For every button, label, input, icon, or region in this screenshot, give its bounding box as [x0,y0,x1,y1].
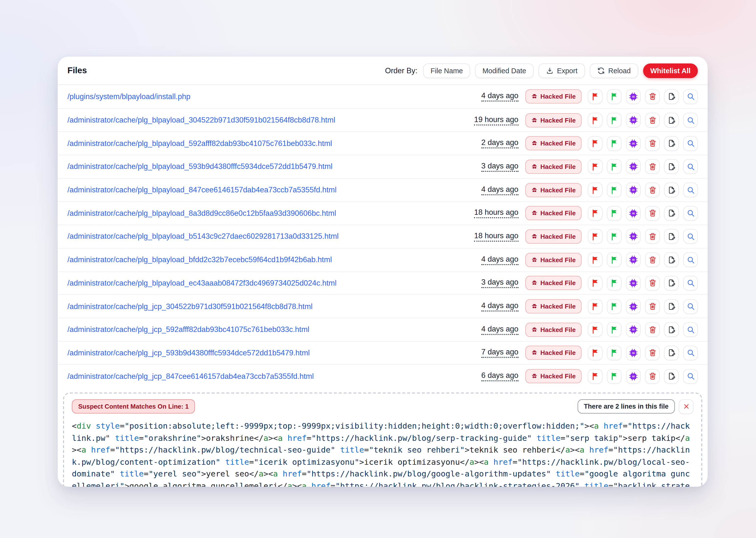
delete-button[interactable] [645,369,660,384]
edit-file-button[interactable] [664,183,679,197]
edit-file-button[interactable] [664,369,679,384]
edit-file-button[interactable] [664,252,679,267]
modified-time[interactable]: 4 days ago [481,91,519,102]
edit-file-button[interactable] [664,206,679,221]
file-path-link[interactable]: /administrator/cache/plg_blpayload_847ce… [67,186,337,194]
file-path-link[interactable]: /administrator/cache/plg_blpayload_593b9… [67,162,333,171]
ai-scan-button[interactable]: AI [626,183,641,197]
red-flag-button[interactable] [588,276,602,291]
edit-file-button[interactable] [664,136,679,151]
delete-button[interactable] [645,276,660,291]
order-by-modified-date-button[interactable]: Modified Date [475,63,534,78]
green-flag-button[interactable] [607,89,622,104]
modified-time[interactable]: 18 hours ago [474,208,518,218]
ai-scan-button[interactable]: AI [626,229,641,244]
green-flag-button[interactable] [607,183,622,197]
red-flag-button[interactable] [588,159,602,174]
green-flag-button[interactable] [607,369,622,384]
file-path-link[interactable]: /administrator/cache/plg_jcp_304522b971d… [67,302,313,311]
modified-time[interactable]: 7 days ago [481,348,519,358]
delete-button[interactable] [645,322,660,337]
line-count-button[interactable]: There are 2 lines in this file [577,400,675,414]
delete-button[interactable] [645,159,660,174]
view-file-button[interactable] [683,346,698,360]
view-file-button[interactable] [683,206,698,221]
edit-file-button[interactable] [664,299,679,314]
whitelist-all-button[interactable]: Whitelist All [643,63,698,78]
red-flag-button[interactable] [588,229,602,244]
red-flag-button[interactable] [588,322,602,337]
ai-scan-button[interactable]: AI [626,322,641,337]
edit-file-button[interactable] [664,322,679,337]
delete-button[interactable] [645,252,660,267]
green-flag-button[interactable] [607,113,622,128]
delete-button[interactable] [645,206,660,221]
file-path-link[interactable]: /administrator/cache/plg_blpayload_ec43a… [67,279,337,288]
view-file-button[interactable] [683,183,698,197]
export-button[interactable]: Export [538,63,585,78]
red-flag-button[interactable] [588,136,602,151]
modified-time[interactable]: 6 days ago [481,371,519,381]
order-by-file-name-button[interactable]: File Name [423,63,470,78]
file-path-link[interactable]: /administrator/cache/plg_blpayload_592af… [67,139,332,148]
modified-time[interactable]: 3 days ago [481,278,519,288]
delete-button[interactable] [645,113,660,128]
delete-button[interactable] [645,229,660,244]
edit-file-button[interactable] [664,89,679,104]
modified-time[interactable]: 4 days ago [481,301,519,311]
delete-button[interactable] [645,299,660,314]
view-file-button[interactable] [683,159,698,174]
file-path-link[interactable]: /administrator/cache/plg_blpayload_8a3d8… [67,209,336,218]
edit-file-button[interactable] [664,346,679,360]
file-path-link[interactable]: /administrator/cache/plg_jcp_593b9d4380f… [67,349,310,357]
edit-file-button[interactable] [664,113,679,128]
red-flag-button[interactable] [588,369,602,384]
delete-button[interactable] [645,346,660,360]
view-file-button[interactable] [683,276,698,291]
red-flag-button[interactable] [588,206,602,221]
ai-scan-button[interactable]: AI [626,252,641,267]
ai-scan-button[interactable]: AI [626,276,641,291]
green-flag-button[interactable] [607,206,622,221]
red-flag-button[interactable] [588,252,602,267]
view-file-button[interactable] [683,322,698,337]
reload-button[interactable]: Reload [590,63,638,78]
view-file-button[interactable] [683,136,698,151]
file-path-link[interactable]: /administrator/cache/plg_jcp_592afff82da… [67,325,309,334]
green-flag-button[interactable] [607,159,622,174]
close-panel-button[interactable] [679,399,693,414]
ai-scan-button[interactable]: AI [626,136,641,151]
edit-file-button[interactable] [664,229,679,244]
view-file-button[interactable] [683,113,698,128]
delete-button[interactable] [645,183,660,197]
green-flag-button[interactable] [607,276,622,291]
ai-scan-button[interactable]: AI [626,159,641,174]
edit-file-button[interactable] [664,159,679,174]
ai-scan-button[interactable]: AI [626,346,641,360]
green-flag-button[interactable] [607,136,622,151]
red-flag-button[interactable] [588,346,602,360]
file-path-link[interactable]: /administrator/cache/plg_jcp_847cee61461… [67,372,314,381]
file-path-link[interactable]: /administrator/cache/plg_blpayload_30452… [67,116,335,125]
file-path-link[interactable]: /plugins/system/blpayload/install.php [67,92,190,101]
modified-time[interactable]: 3 days ago [481,162,519,172]
ai-scan-button[interactable]: AI [626,206,641,221]
red-flag-button[interactable] [588,113,602,128]
view-file-button[interactable] [683,252,698,267]
modified-time[interactable]: 4 days ago [481,185,519,195]
red-flag-button[interactable] [588,183,602,197]
file-path-link[interactable]: /administrator/cache/plg_blpayload_b5143… [67,232,339,241]
delete-button[interactable] [645,89,660,104]
modified-time[interactable]: 4 days ago [481,255,519,265]
ai-scan-button[interactable]: AI [626,369,641,384]
modified-time[interactable]: 2 days ago [481,138,519,148]
modified-time[interactable]: 4 days ago [481,324,519,335]
delete-button[interactable] [645,136,660,151]
view-file-button[interactable] [683,369,698,384]
modified-time[interactable]: 19 hours ago [474,115,518,125]
view-file-button[interactable] [683,229,698,244]
view-file-button[interactable] [683,299,698,314]
green-flag-button[interactable] [607,346,622,360]
edit-file-button[interactable] [664,276,679,291]
modified-time[interactable]: 18 hours ago [474,232,518,242]
